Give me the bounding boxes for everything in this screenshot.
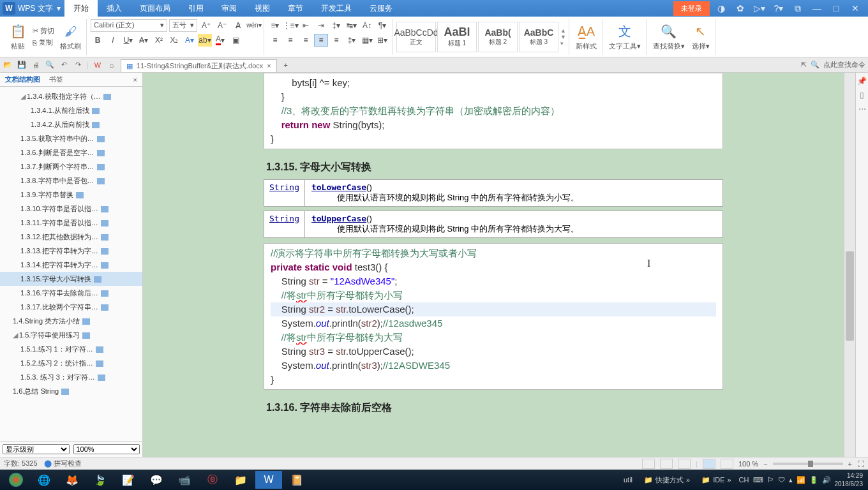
spring-icon[interactable]: 🍃	[87, 471, 114, 489]
paste-button[interactable]: 📋 粘贴	[6, 21, 29, 52]
outline-item[interactable]: 1.3.15.字母大小写转换	[0, 272, 142, 286]
tray-battery-icon[interactable]: 🔋	[809, 476, 818, 484]
font-select[interactable]: Calibri (正文)▾	[91, 19, 167, 32]
tool-bookmark-icon[interactable]: ▯	[860, 91, 864, 100]
line-spacing-button[interactable]: ‡▾	[329, 19, 343, 32]
find-command-icon[interactable]: 🔍	[811, 61, 819, 69]
toggle-marks-button[interactable]: ¶▾	[375, 19, 389, 32]
phonetic-icon[interactable]: wén▾	[247, 19, 261, 32]
firefox-icon[interactable]: 🦊	[59, 471, 86, 489]
login-button[interactable]: 未登录	[673, 1, 710, 16]
outline-item[interactable]: 1.3.4.1.从前往后找	[0, 103, 142, 117]
style-h3[interactable]: AaBbC标题 3	[519, 22, 558, 52]
taskbar-clock[interactable]: 14:29 2018/6/23	[835, 471, 864, 488]
tab-chapter[interactable]: 章节	[279, 0, 312, 17]
tray-chevron-icon[interactable]: ▴	[789, 476, 793, 484]
app-dropdown-icon[interactable]: ▾	[53, 4, 64, 13]
outline-item[interactable]: 1.3.5.获取字符串中的…	[0, 131, 142, 145]
align-justify-button[interactable]: ≡	[314, 34, 328, 47]
preview-icon[interactable]: 🔍	[45, 60, 55, 70]
document-editor[interactable]: byts[i] ^= key; } //3、将改变后的字节数组再转换为字符串（加…	[143, 73, 844, 457]
notepad-icon[interactable]: 📝	[115, 471, 142, 489]
outline-item[interactable]: 1.3.14.把字符串转为字…	[0, 258, 142, 272]
chrome-icon[interactable]: 🌐	[31, 471, 57, 489]
spellcheck-toggle[interactable]: ⬤ 拼写检查	[44, 459, 82, 468]
view-fit-icon[interactable]	[721, 459, 733, 469]
highlight-button[interactable]: ab▾	[198, 34, 212, 47]
home-icon[interactable]: ⌂	[107, 60, 117, 70]
style-h1[interactable]: AaBl标题 1	[437, 22, 477, 52]
outline-item[interactable]: 1.3.6.判断是否是空字…	[0, 145, 142, 160]
zoom-knob[interactable]	[808, 461, 813, 467]
view-read-icon[interactable]	[703, 459, 715, 469]
outline-item[interactable]: 1.5.1.练习 1：对字符…	[0, 342, 142, 356]
tray-shield-icon[interactable]: 🛡	[778, 476, 785, 484]
subscript-button[interactable]: X₂	[167, 34, 181, 47]
outline-item[interactable]: 1.5.2.练习 2：统计指…	[0, 356, 142, 370]
zoom-out-icon[interactable]: −	[763, 460, 767, 468]
collapse-icon[interactable]: ⇱	[801, 61, 807, 69]
doc-close-icon[interactable]: ×	[267, 62, 271, 70]
outline-item[interactable]: 1.3.12.把其他数据转为…	[0, 230, 142, 244]
zoom-slider[interactable]	[773, 463, 843, 465]
wps-taskbar-icon[interactable]: W	[255, 471, 282, 489]
size-select[interactable]: 五号▾	[169, 19, 197, 32]
outline-item[interactable]: 1.3.11.字符串是否以指…	[0, 216, 142, 230]
outline-item[interactable]: 1.3.17.比较两个字符串…	[0, 300, 142, 314]
close-button[interactable]: ✕	[848, 3, 863, 13]
style-expand-icon[interactable]: ▾	[560, 40, 566, 47]
save-icon[interactable]: 💾	[17, 60, 27, 70]
tab-cloud[interactable]: 云服务	[361, 0, 401, 17]
explorer-icon[interactable]: 📁	[227, 471, 254, 489]
align-distributed-button[interactable]: ≡	[329, 34, 343, 47]
style-h2[interactable]: AaBb(标题 2	[478, 22, 518, 52]
tb-ide[interactable]: 📁IDE»	[698, 476, 735, 484]
format-brush-button[interactable]: 🖌 格式刷	[57, 21, 84, 52]
outline-item[interactable]: ◢1.3.4.获取指定字符（…	[0, 89, 142, 103]
settings-icon[interactable]: ✿	[733, 3, 748, 13]
bold-button[interactable]: B	[91, 34, 105, 47]
start-button[interactable]	[3, 471, 29, 489]
outline-item[interactable]: ◢1.5.字符串使用练习	[0, 328, 142, 342]
print-icon[interactable]: 🖨	[31, 60, 41, 70]
tray-volume-icon[interactable]: 🔊	[822, 476, 831, 484]
strike-button[interactable]: A̶▾	[137, 34, 151, 47]
collapse-ribbon-icon[interactable]: ⧉	[790, 3, 805, 14]
indent-left-button[interactable]: ⇤	[299, 19, 313, 32]
increase-font-icon[interactable]: A⁺	[199, 19, 213, 32]
tab-start[interactable]: 开始	[64, 0, 98, 17]
view-outline-icon[interactable]	[678, 459, 691, 469]
outline-item[interactable]: 1.3.16.字符串去除前后…	[0, 286, 142, 300]
numbering-button[interactable]: ⋮≡▾	[283, 19, 297, 32]
cut-button[interactable]: ✂剪切	[31, 26, 56, 36]
style-gallery[interactable]: AaBbCcDd正文 AaBl标题 1 AaBb(标题 2 AaBbC标题 3	[396, 22, 558, 52]
tab-view[interactable]: 视图	[246, 0, 279, 17]
tb-util[interactable]: util	[620, 476, 636, 484]
style-scroll-down-icon[interactable]: ▼	[560, 34, 566, 40]
tab-bookmark[interactable]: 书签	[49, 75, 63, 84]
music-icon[interactable]: ⓔ	[199, 471, 226, 489]
align-right-button[interactable]: ≡	[299, 34, 313, 47]
tray-flag-icon[interactable]: 🏳	[767, 476, 774, 484]
shading-button[interactable]: ▦▾	[360, 34, 374, 47]
char-border-button[interactable]: ▣	[228, 34, 243, 47]
decrease-font-icon[interactable]: A⁻	[215, 19, 229, 32]
find-replace-button[interactable]: 🔍查找替换▾	[650, 21, 687, 52]
zoom-in-icon[interactable]: +	[848, 460, 852, 468]
view-print-icon[interactable]	[642, 459, 655, 469]
zoom-label[interactable]: 100 %	[738, 460, 758, 468]
undo-icon[interactable]: ↶	[59, 60, 69, 70]
tool-more-icon[interactable]: ⋯	[858, 105, 866, 114]
italic-button[interactable]: I	[106, 34, 120, 47]
display-level-select[interactable]: 显示级别	[3, 444, 70, 454]
camera-icon[interactable]: 📹	[171, 471, 198, 489]
align-left-button[interactable]: ≡	[268, 34, 282, 47]
new-tab-icon[interactable]: +	[281, 60, 291, 70]
help-taskbar-icon[interactable]: 📔	[283, 471, 310, 489]
para-spacing-button[interactable]: ‡▾	[345, 34, 359, 47]
document-tab[interactable]: ▦ 11-String&StringBuffer&正则表达式.docx ×	[121, 59, 277, 72]
tab-button[interactable]: ↹▾	[345, 19, 359, 32]
border-button[interactable]: ⊞▾	[375, 34, 389, 47]
outline-item[interactable]: 1.3.4.2.从后向前找	[0, 117, 142, 131]
copy-button[interactable]: ⎘复制	[31, 37, 56, 48]
